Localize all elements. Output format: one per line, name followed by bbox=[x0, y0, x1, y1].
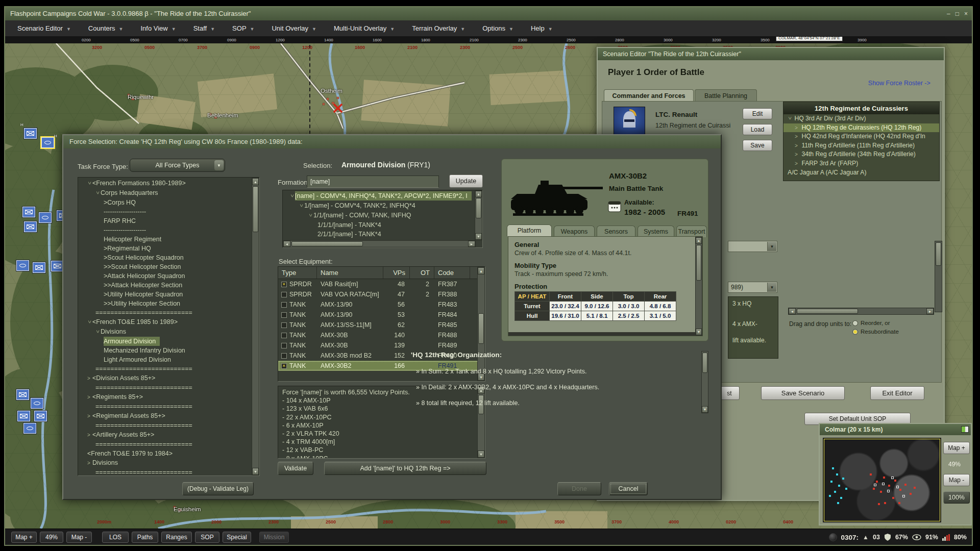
tab-systems[interactable]: Systems bbox=[638, 226, 674, 237]
tab-platform[interactable]: Platform bbox=[507, 224, 552, 236]
scroll-down-icon[interactable]: ▼ bbox=[475, 233, 482, 240]
catalog-item[interactable]: -------------------- bbox=[78, 226, 259, 235]
scroll-up-icon[interactable]: ▲ bbox=[252, 178, 259, 185]
catalog-item[interactable]: -------------------- bbox=[78, 207, 259, 216]
catalog-item[interactable]: ><French Formations 1980-1989> bbox=[78, 179, 259, 188]
menu-terrain-overlay[interactable]: Terrain Overlay▼ bbox=[412, 24, 465, 32]
tree-expander-icon[interactable]: > bbox=[85, 320, 94, 325]
catalog-item[interactable]: ========================== bbox=[78, 364, 259, 373]
equipment-checkbox[interactable] bbox=[281, 292, 287, 297]
edit-button[interactable]: Edit bbox=[743, 108, 772, 119]
equipment-row[interactable]: TANKAMX-30B140FR488 bbox=[278, 330, 485, 340]
unit-counter[interactable] bbox=[34, 411, 47, 421]
catalog-item[interactable]: >Divisions bbox=[78, 327, 259, 337]
catalog-item[interactable]: ><Division Assets 85+> bbox=[78, 373, 259, 383]
tree-expander-icon[interactable]: > bbox=[287, 194, 297, 199]
oob-tree-item[interactable]: > 11th Reg d'Artillerie (11th Reg d'Arti… bbox=[783, 141, 939, 151]
tab-weapons[interactable]: Weapons bbox=[554, 226, 595, 237]
minimap-full-zoom-button[interactable]: 100% bbox=[943, 491, 970, 504]
statusbar-map[interactable]: Map + bbox=[11, 532, 37, 543]
statusbar-map[interactable]: Map - bbox=[66, 532, 92, 543]
catalog-item[interactable]: >Regimental HQ bbox=[78, 244, 259, 253]
hidden-dropdown-fragment-2[interactable]: 989) ▼ bbox=[728, 282, 777, 293]
hidden-dropdown-fragment[interactable]: ▼ bbox=[728, 241, 777, 252]
menu-scenario-editor[interactable]: Scenario Editor▼ bbox=[17, 24, 71, 32]
info-scrollbar[interactable]: ▲ ▼ bbox=[695, 237, 702, 336]
oob-tree-item[interactable]: > HQ 3rd Ar Div (3rd Ar Div) bbox=[783, 114, 939, 123]
catalog-item[interactable]: >Utility Helicopter Squadron bbox=[78, 290, 259, 299]
oob-tree-item[interactable]: > 34th Reg d'Artillerie (34th Reg d'Arti… bbox=[783, 150, 939, 159]
menu-counters[interactable]: Counters▼ bbox=[88, 24, 124, 32]
catalog-scrollbar[interactable]: ▲ ▼ bbox=[252, 178, 259, 475]
equipment-checkbox[interactable] bbox=[281, 312, 287, 318]
oob-horizontal-scrollbar[interactable]: ◄ ► bbox=[788, 308, 934, 315]
menu-sop[interactable]: SOP▼ bbox=[232, 24, 254, 32]
exit-editor-button[interactable]: Exit Editor bbox=[870, 386, 924, 400]
catalog-item[interactable]: ========================== bbox=[78, 468, 259, 476]
menu-unit-overlay[interactable]: Unit Overlay▼ bbox=[272, 24, 316, 32]
catalog-item[interactable]: >Attack Helicopter Squadron bbox=[78, 271, 259, 281]
formation-structure-tree[interactable]: >[name] - COMV*4, INFHQ*4, TANK*2, APCW*… bbox=[282, 190, 483, 248]
tree-expander-icon[interactable]: > bbox=[93, 191, 102, 196]
task-force-type-select[interactable]: All Force Types ▼ bbox=[130, 159, 225, 172]
menu-help[interactable]: Help▼ bbox=[531, 24, 553, 32]
chevron-down-icon[interactable]: ▼ bbox=[767, 242, 776, 251]
update-button[interactable]: Update bbox=[449, 174, 483, 188]
catalog-item[interactable]: ========================== bbox=[78, 402, 259, 411]
scroll-right-icon[interactable]: ► bbox=[468, 241, 475, 247]
catalog-item[interactable]: Helicopter Regiment bbox=[78, 235, 259, 244]
unit-counter[interactable] bbox=[16, 389, 29, 400]
chevron-down-icon[interactable]: ▼ bbox=[767, 283, 776, 292]
equipment-row[interactable]: ×SPRDRVAB Rasit[m]482FR387 bbox=[278, 279, 485, 289]
unit-counter[interactable] bbox=[31, 398, 43, 409]
tree-expander-icon[interactable]: > bbox=[93, 330, 102, 335]
catalog-item[interactable]: FARP RHC bbox=[78, 216, 259, 226]
equipment-checkbox[interactable] bbox=[281, 343, 287, 348]
tree-expander-icon[interactable]: > bbox=[87, 374, 92, 383]
scroll-left-icon[interactable]: ◄ bbox=[789, 308, 796, 314]
scroll-down-icon[interactable]: ▼ bbox=[478, 450, 484, 458]
equipment-checkbox[interactable] bbox=[281, 322, 287, 328]
tab-transport[interactable]: Transport bbox=[676, 226, 707, 237]
scroll-up-icon[interactable]: ▲ bbox=[478, 267, 484, 274]
scroll-down-icon[interactable]: ▼ bbox=[252, 468, 259, 475]
statusbar-paths[interactable]: Paths bbox=[132, 532, 158, 543]
tree-expander-icon[interactable]: > bbox=[87, 393, 92, 402]
unit-counter[interactable] bbox=[33, 262, 45, 273]
equipment-row[interactable]: SPRDRVAB VOA RATAC[m]472FR388 bbox=[278, 289, 485, 299]
tab-battle-planning[interactable]: Battle Planning bbox=[695, 89, 757, 102]
unit-counter[interactable] bbox=[24, 221, 37, 232]
catalog-item[interactable]: >>Scout Helicopter Section bbox=[78, 262, 259, 271]
minimap-zoom-out-button[interactable]: Map - bbox=[943, 474, 970, 486]
catalog-item[interactable]: >Scout Helicopter Squadron bbox=[78, 253, 259, 262]
equipment-checkbox[interactable]: × bbox=[281, 282, 287, 287]
tree-expander-icon[interactable]: > bbox=[795, 159, 800, 168]
load-button[interactable]: Load bbox=[743, 124, 772, 135]
minimap-mode-icon[interactable] bbox=[961, 426, 969, 433]
catalog-item[interactable]: ========================== bbox=[78, 421, 259, 430]
show-force-roster-link[interactable]: Show Force Roster -> bbox=[868, 80, 930, 87]
unit-counter[interactable] bbox=[22, 207, 35, 217]
catalog-item[interactable]: ========================== bbox=[78, 440, 259, 449]
close-icon[interactable]: × bbox=[964, 7, 968, 20]
tree-expander-icon[interactable]: > bbox=[785, 117, 794, 122]
formation-v-scrollbar[interactable]: ▲ ▼ bbox=[475, 190, 482, 240]
formation-name-input[interactable]: [name] bbox=[307, 176, 439, 188]
catalog-item[interactable]: >Divisions bbox=[78, 458, 259, 468]
done-button[interactable]: Done bbox=[557, 482, 601, 495]
catalog-item[interactable]: Light Armoured Division bbox=[78, 355, 259, 364]
chevron-down-icon[interactable]: ▼ bbox=[214, 160, 224, 170]
catalog-item[interactable]: ><Regimental Assets 85+> bbox=[78, 411, 259, 421]
tab-sensors[interactable]: Sensors bbox=[597, 226, 635, 237]
unit-counter[interactable] bbox=[39, 212, 52, 223]
unit-counter[interactable] bbox=[41, 137, 54, 148]
equipment-checkbox[interactable] bbox=[281, 333, 287, 338]
equipment-checkbox[interactable]: × bbox=[281, 363, 287, 369]
tree-expander-icon[interactable]: > bbox=[795, 141, 800, 151]
scroll-down-icon[interactable]: ▼ bbox=[696, 329, 702, 335]
cancel-button[interactable]: Cancel bbox=[609, 482, 648, 495]
catalog-item[interactable]: >>Utility Helicopter Section bbox=[78, 299, 259, 308]
tree-expander-icon[interactable]: > bbox=[297, 204, 306, 209]
tree-expander-icon[interactable]: > bbox=[87, 431, 92, 440]
catalog-item[interactable]: ><Regiments 85+> bbox=[78, 392, 259, 402]
